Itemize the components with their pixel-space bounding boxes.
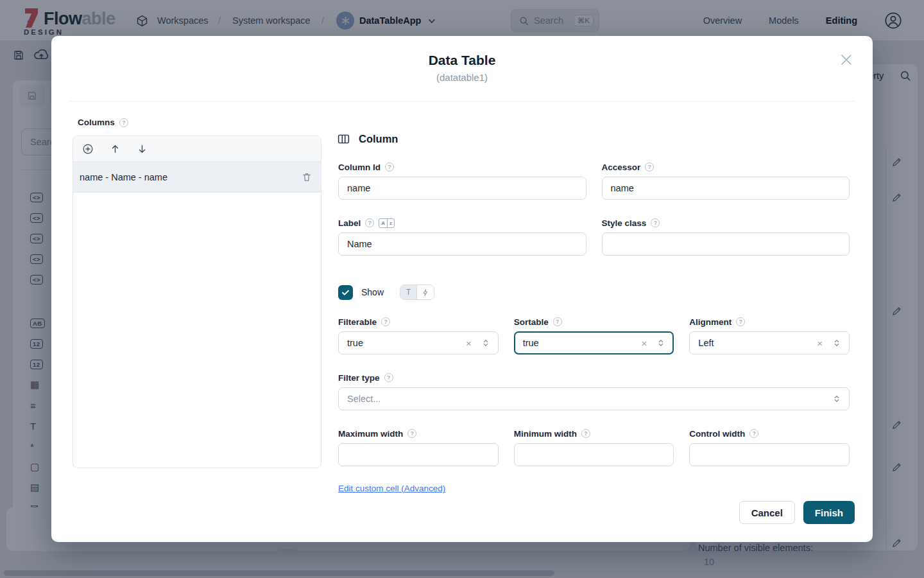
help-icon[interactable]: ? — [749, 429, 758, 438]
dialog-buttons: Cancel Finish — [739, 501, 855, 524]
clear-icon[interactable]: × — [817, 338, 823, 349]
maximum-width-label: Maximum width — [338, 429, 403, 439]
field-control-width: Control width? — [689, 428, 850, 466]
move-up-button[interactable] — [108, 143, 121, 155]
show-checkbox[interactable] — [338, 285, 353, 300]
form-row-ids: Column Id? Accessor? — [338, 162, 850, 200]
data-table-dialog: Data Table (datatable1) Columns ? name -… — [51, 36, 873, 542]
form-row-label: Label ? Az Style class? — [338, 218, 850, 256]
clear-icon[interactable]: × — [642, 338, 647, 349]
help-icon[interactable]: ? — [736, 317, 745, 326]
show-row: Show T — [338, 285, 434, 300]
field-maximum-width: Maximum width? — [338, 428, 499, 466]
chevron-updown-icon — [832, 394, 841, 403]
minimum-width-label: Minimum width — [514, 429, 577, 439]
show-label: Show — [361, 287, 384, 297]
style-class-input[interactable] — [602, 232, 850, 256]
column-list-item[interactable]: name - Name - name — [73, 162, 321, 193]
add-column-button[interactable] — [81, 143, 94, 155]
move-down-button[interactable] — [135, 143, 148, 155]
filterable-select[interactable]: true × — [338, 331, 499, 355]
field-filter-type: Filter type? Select... — [338, 372, 850, 410]
field-filterable: Filterable? true × — [338, 317, 499, 355]
help-icon[interactable]: ? — [407, 429, 416, 438]
filter-type-label: Filter type — [338, 373, 380, 383]
value-type-toggle: T — [400, 285, 434, 300]
static-value-toggle[interactable]: T — [400, 285, 417, 299]
field-column-id: Column Id? — [338, 162, 586, 200]
accessor-input[interactable] — [602, 177, 850, 200]
form-row-filter-type: Filter type? Select... — [338, 372, 850, 410]
control-width-label: Control width — [689, 429, 745, 439]
divider — [69, 101, 855, 101]
chevron-updown-icon — [832, 338, 841, 347]
minimum-width-input[interactable] — [514, 443, 674, 466]
help-icon[interactable]: ? — [365, 218, 374, 227]
cancel-button[interactable]: Cancel — [739, 501, 795, 524]
maximum-width-input[interactable] — [338, 443, 499, 466]
column-icon — [337, 132, 350, 146]
help-icon[interactable]: ? — [553, 317, 562, 326]
alignment-label: Alignment — [689, 317, 732, 327]
edit-custom-cell-link[interactable]: Edit custom cell (Advanced) — [338, 484, 445, 493]
form-row-filter: Filterable? true × Sortable? true × Alig… — [338, 317, 850, 355]
dialog-subtitle: (datatable1) — [51, 72, 873, 83]
help-icon[interactable]: ? — [385, 162, 394, 171]
chevron-updown-icon — [656, 338, 665, 347]
alignment-select[interactable]: Left × — [689, 331, 850, 355]
columns-toolbar — [73, 136, 321, 162]
filter-type-select[interactable]: Select... — [338, 387, 850, 410]
control-width-input[interactable] — [689, 443, 850, 466]
column-id-label: Column Id — [338, 162, 381, 172]
translation-icon[interactable]: Az — [379, 218, 395, 228]
field-minimum-width: Minimum width? — [514, 428, 674, 466]
sortable-select[interactable]: true × — [514, 331, 674, 355]
field-label: Label ? Az — [338, 218, 586, 256]
style-class-label: Style class — [602, 218, 647, 228]
field-style-class: Style class? — [602, 218, 850, 256]
finish-button[interactable]: Finish — [803, 501, 855, 524]
label-input[interactable] — [338, 232, 586, 256]
help-icon[interactable]: ? — [381, 317, 390, 326]
expression-toggle[interactable] — [417, 285, 434, 299]
column-list-item-label: name - Name - name — [80, 172, 167, 182]
columns-label: Columns — [78, 118, 115, 127]
label-label: Label — [338, 218, 361, 228]
chevron-updown-icon — [481, 338, 490, 347]
filterable-label: Filterable — [338, 317, 377, 327]
columns-list-panel: name - Name - name — [73, 136, 321, 468]
column-id-input[interactable] — [338, 177, 586, 200]
help-icon[interactable]: ? — [384, 373, 393, 382]
sortable-label: Sortable — [514, 317, 549, 327]
clear-icon[interactable]: × — [466, 338, 472, 349]
field-alignment: Alignment? Left × — [689, 317, 850, 355]
delete-column-icon[interactable] — [302, 171, 312, 182]
help-icon[interactable]: ? — [119, 118, 128, 127]
column-section-header: Column — [337, 132, 398, 146]
field-sortable: Sortable? true × — [514, 317, 674, 355]
accessor-label: Accessor — [602, 162, 641, 172]
help-icon[interactable]: ? — [645, 162, 654, 171]
close-icon[interactable] — [839, 53, 853, 67]
columns-section-label: Columns ? — [78, 118, 128, 127]
dialog-title: Data Table — [51, 53, 873, 68]
help-icon[interactable]: ? — [581, 429, 590, 438]
column-section-title: Column — [359, 133, 398, 145]
field-accessor: Accessor? — [602, 162, 850, 200]
help-icon[interactable]: ? — [651, 218, 660, 227]
form-row-widths: Maximum width? Minimum width? Control wi… — [338, 428, 850, 466]
